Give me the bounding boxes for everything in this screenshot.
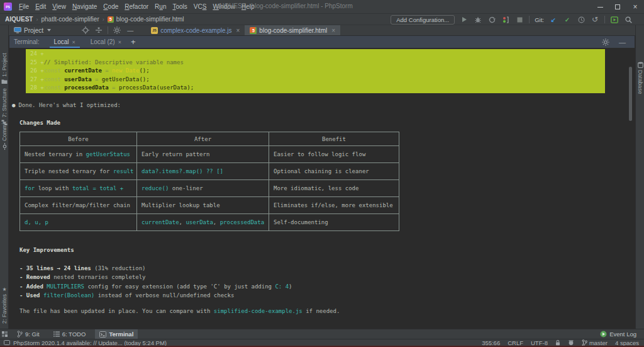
- menu-edit[interactable]: Edit: [32, 3, 49, 10]
- project-tool-window-header[interactable]: Project: [14, 25, 51, 35]
- text-segment: currentDate: [64, 67, 102, 74]
- menu-code[interactable]: Code: [100, 3, 121, 10]
- event-log-button[interactable]: Event Log: [600, 331, 636, 338]
- lock-icon[interactable]: [555, 339, 560, 346]
- gear-icon[interactable]: [113, 26, 121, 35]
- final-line: The file has been updated in place. You …: [19, 308, 340, 314]
- text-segment: Triple nested ternary for: [25, 168, 113, 174]
- tab-blog-code-simplifier[interactable]: 5 blog-code-simplifier.html ×: [245, 25, 340, 35]
- stop-icon[interactable]: [515, 15, 524, 24]
- file-encoding[interactable]: UTF-8: [531, 339, 548, 346]
- text-segment: C: 4: [275, 283, 289, 290]
- search-icon[interactable]: [624, 15, 633, 24]
- menu-tools[interactable]: Tools: [169, 3, 190, 10]
- status-bar: PhpStorm 2020.1.4 available: // Update..…: [0, 339, 644, 346]
- run-button[interactable]: [460, 15, 469, 24]
- add-configuration-button[interactable]: Add Configuration...: [391, 15, 455, 25]
- indent-setting[interactable]: 4 spaces: [615, 339, 639, 346]
- locate-file-icon[interactable]: [81, 26, 90, 35]
- chevron-down-icon: [47, 29, 51, 31]
- minimize-button[interactable]: [591, 0, 609, 14]
- title-bar: PS FileEditViewNavigateCodeRefactorRunTo…: [0, 0, 644, 14]
- bottom-tool-tabs: 9: Git 6: TODO Terminal Event Log: [0, 329, 644, 339]
- text-segment: userData: [186, 219, 213, 225]
- tab-complex-code-example[interactable]: JS complex-code-example.js ×: [146, 25, 245, 35]
- tab-git[interactable]: 9: Git: [13, 329, 44, 339]
- window-title: AIQUEST - blog-code-simplifier.html - Ph…: [218, 3, 353, 9]
- collapse-all-icon[interactable]: [94, 26, 103, 35]
- project-panel-label: Project: [24, 27, 43, 34]
- text-segment: if needed.: [303, 308, 340, 314]
- sidebar-item-database[interactable]: Database: [636, 62, 644, 94]
- text-segment: getUserData();: [102, 76, 150, 82]
- text-segment: result: [113, 168, 134, 174]
- coverage-icon[interactable]: [487, 15, 496, 24]
- hide-panel-icon[interactable]: —: [619, 38, 626, 46]
- terminal-scrollbar[interactable]: [629, 67, 632, 121]
- tab-terminal[interactable]: Terminal: [95, 329, 138, 339]
- history-clock-icon[interactable]: [577, 15, 586, 24]
- text-segment: instead of verbose null/undefined checks: [94, 292, 234, 299]
- profiler-icon[interactable]: [501, 15, 510, 24]
- menu-run[interactable]: Run: [152, 3, 169, 10]
- terminal-tab-local-2[interactable]: Local (2) ×: [86, 36, 126, 48]
- breadcrumb-file[interactable]: blog-code-simplifier.html: [116, 16, 184, 23]
- assistant-done-line: ● Done. Here's what I optimized:: [12, 102, 121, 108]
- close-icon[interactable]: ×: [331, 27, 335, 34]
- breadcrumb-project[interactable]: AIQUEST: [5, 16, 33, 23]
- changes-table: BeforeAfterBenefitNested ternary in getU…: [19, 132, 399, 231]
- sidebar-item-favorites[interactable]: ★ 2: Favorites: [0, 287, 9, 324]
- git-commit-check-icon[interactable]: ✓: [563, 15, 572, 24]
- table-cell: data?.items?.map() ?? []: [137, 163, 269, 180]
- hide-panel-icon[interactable]: —: [126, 26, 135, 35]
- menu-vcs[interactable]: VCS: [191, 3, 210, 10]
- menu-view[interactable]: View: [49, 3, 69, 10]
- table-header-row: BeforeAfterBenefit: [20, 132, 399, 146]
- html-file-icon: 5: [250, 27, 257, 34]
- sidebar-item-project[interactable]: 1: Project: [0, 53, 9, 84]
- menu-navigate[interactable]: Navigate: [69, 3, 100, 10]
- terminal-icon: [99, 331, 106, 338]
- table-cell: Nested ternary in getUserStatus: [20, 146, 137, 163]
- table-row: for loop with total = total +reduce() on…: [20, 180, 399, 197]
- menu-file[interactable]: File: [16, 3, 32, 10]
- text-segment: loop with: [35, 185, 72, 191]
- inspections-hector-icon[interactable]: [568, 339, 574, 346]
- close-icon[interactable]: ×: [118, 39, 121, 45]
- terminal-output[interactable]: 24 +25 +// Simplified: Descriptive varia…: [9, 48, 635, 329]
- table-cell: Self-documenting: [269, 214, 399, 231]
- gear-icon[interactable]: [601, 38, 610, 47]
- text-segment: for: [25, 185, 35, 191]
- new-terminal-tab-icon[interactable]: +: [131, 37, 136, 47]
- sidebar-item-structure[interactable]: 7: Structure: [0, 88, 9, 125]
- table-cell: Easier to follow logic flow: [269, 146, 399, 163]
- tab-todo[interactable]: 6: TODO: [49, 329, 91, 339]
- line-separator[interactable]: CRLF: [508, 339, 523, 346]
- terminal-tab-label: Local (2): [91, 38, 115, 45]
- git-update-icon[interactable]: ↙: [549, 15, 558, 24]
- right-tool-strip: Database: [635, 25, 644, 329]
- terminal-tab-local[interactable]: Local ×: [50, 36, 80, 48]
- tool-window-switcher-icon[interactable]: [0, 331, 9, 337]
- close-icon[interactable]: ×: [72, 39, 75, 45]
- close-icon[interactable]: ×: [236, 27, 240, 34]
- status-message[interactable]: PhpStorm 2020.1.4 available: // Update..…: [13, 339, 167, 346]
- status-message-area[interactable]: PhpStorm 2020.1.4 available: // Update..…: [4, 339, 167, 346]
- rollback-icon[interactable]: ↺: [591, 15, 599, 24]
- text-segment: Self-documenting: [274, 219, 328, 225]
- commit-icon: [2, 143, 8, 150]
- close-button[interactable]: ×: [626, 0, 644, 14]
- tab-label: 9: Git: [25, 331, 40, 338]
- text-segment: Easier to follow logic flow: [274, 151, 365, 157]
- debug-icon[interactable]: [474, 15, 482, 24]
- sidebar-item-commit[interactable]: Commit: [0, 122, 9, 150]
- list-item: - Used filter(Boolean) instead of verbos…: [19, 291, 292, 300]
- diff-block: 24 +25 +// Simplified: Descriptive varia…: [26, 49, 605, 93]
- caret-position[interactable]: 355:66: [482, 339, 500, 346]
- breadcrumb-folder[interactable]: phatlt-code-simplifier: [41, 16, 99, 23]
- menu-refactor[interactable]: Refactor: [121, 3, 152, 10]
- text-segment: one-liner: [169, 185, 203, 191]
- git-branch-widget[interactable]: master: [582, 339, 608, 346]
- maximize-button[interactable]: [609, 0, 626, 14]
- run-anything-icon[interactable]: [610, 15, 619, 24]
